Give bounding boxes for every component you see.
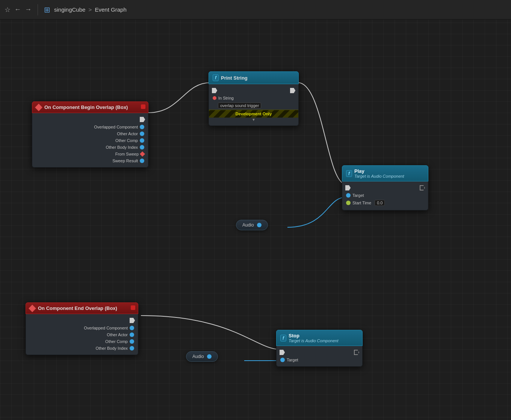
play-exec-in[interactable]: [345, 185, 351, 190]
project-name[interactable]: singingCube: [54, 6, 85, 13]
audio-bottom-out-pin[interactable]: [207, 354, 212, 359]
play-func-badge: f: [346, 170, 352, 177]
pin-from-sweep: From Sweep: [32, 151, 148, 157]
play-target-pin-row: Target: [342, 192, 428, 199]
print-string-exec-in[interactable]: [212, 88, 217, 93]
topbar: ☆ ← → ⊞ singingCube > Event Graph: [0, 0, 511, 20]
play-body: Target Start Time 0.0: [342, 181, 428, 210]
breadcrumb: singingCube > Event Graph: [54, 6, 127, 13]
print-string-exec-row: [209, 86, 298, 95]
pin-overlapped-component: Overlapped Component: [32, 124, 148, 130]
print-string-node[interactable]: f Print String In String overlap sound t…: [209, 71, 299, 126]
graph-name: Event Graph: [95, 6, 127, 13]
end-pin-overlapped-component: Overlapped Component: [26, 325, 138, 331]
play-title: Play: [354, 168, 404, 174]
play-exec-row: [342, 184, 428, 192]
pin-sweep-result: Sweep Result: [32, 157, 148, 164]
stop-target-pin-row: Target: [277, 357, 362, 363]
begin-overlap-exec-row: [32, 115, 148, 124]
audio-node-top[interactable]: Audio: [236, 220, 268, 230]
end-pin-other-comp: Other Comp: [26, 338, 138, 345]
play-header: f Play Target is Audio Component: [342, 165, 428, 181]
play-start-time-row: Start Time 0.0: [342, 199, 428, 207]
end-overlap-header: On Component End Overlap (Box): [26, 302, 138, 314]
grid-icon: ⊞: [44, 5, 50, 14]
in-string-value[interactable]: overlap sound trigger: [218, 103, 261, 109]
end-overlapped-component-pin[interactable]: [130, 326, 134, 330]
audio-node-bottom[interactable]: Audio: [186, 351, 218, 362]
pin-in-string: In String: [209, 95, 298, 101]
audio-top-label: Audio: [242, 222, 254, 228]
end-event-diamond-icon: [29, 305, 36, 312]
stop-node[interactable]: f Stop Target is Audio Component Target: [276, 330, 363, 367]
print-string-body: In String overlap sound trigger Developm…: [209, 84, 299, 126]
pin-other-actor: Other Actor: [32, 130, 148, 137]
play-subtitle: Target is Audio Component: [354, 174, 404, 178]
play-target-pin[interactable]: [346, 193, 351, 198]
begin-overlap-exec-out[interactable]: [140, 117, 145, 122]
breadcrumb-separator: >: [89, 6, 94, 13]
begin-overlap-close[interactable]: [141, 104, 145, 109]
play-start-time-value[interactable]: 0.0: [375, 200, 385, 206]
pin-other-comp: Other Comp: [32, 137, 148, 144]
topbar-divider: [38, 4, 38, 15]
begin-overlap-header: On Component Begin Overlap (Box): [32, 101, 148, 113]
end-overlap-body: Overlapped Component Other Actor Other C…: [26, 314, 138, 355]
begin-overlap-node[interactable]: On Component Begin Overlap (Box) Overlap…: [32, 101, 148, 168]
other-actor-pin[interactable]: [140, 131, 144, 136]
print-string-title: Print String: [221, 75, 248, 81]
play-start-time-pin[interactable]: [346, 201, 351, 205]
from-sweep-pin[interactable]: [140, 151, 145, 157]
end-other-actor-pin[interactable]: [130, 332, 134, 337]
print-string-header: f Print String: [209, 71, 299, 84]
pin-other-body-index: Other Body Index: [32, 144, 148, 151]
audio-top-out-pin[interactable]: [257, 223, 262, 227]
overlapped-component-pin[interactable]: [140, 125, 144, 129]
dev-only-bar: Development Only: [209, 110, 298, 118]
end-pin-other-actor: Other Actor: [26, 331, 138, 338]
begin-overlap-title: On Component Begin Overlap (Box): [44, 104, 128, 110]
dev-only-chevron: ▼: [209, 118, 298, 122]
pin-in-string-value: overlap sound trigger: [209, 101, 298, 110]
end-other-body-index-pin[interactable]: [130, 346, 134, 351]
in-string-pin[interactable]: [213, 96, 216, 100]
play-exec-out[interactable]: [420, 185, 425, 190]
stop-header: f Stop Target is Audio Component: [276, 330, 363, 346]
event-diamond-icon: [35, 104, 42, 111]
other-body-index-pin[interactable]: [140, 145, 144, 150]
stop-target-pin[interactable]: [280, 358, 285, 362]
back-icon[interactable]: ←: [14, 6, 21, 14]
end-overlap-exec-out[interactable]: [130, 318, 135, 323]
stop-exec-in[interactable]: [280, 350, 285, 355]
end-pin-other-body-index: Other Body Index: [26, 345, 138, 352]
end-overlap-close[interactable]: [131, 305, 135, 310]
stop-func-badge: f: [280, 335, 286, 341]
stop-title: Stop: [289, 333, 339, 338]
end-overlap-exec-row: [26, 316, 138, 325]
stop-exec-out[interactable]: [354, 350, 359, 355]
stop-exec-row: [277, 348, 362, 357]
forward-icon[interactable]: →: [25, 6, 32, 14]
print-string-exec-out[interactable]: [290, 88, 295, 93]
func-badge: f: [213, 74, 219, 81]
star-icon[interactable]: ☆: [5, 6, 11, 14]
play-node[interactable]: f Play Target is Audio Component Target …: [342, 165, 428, 210]
end-overlap-node[interactable]: On Component End Overlap (Box) Overlappe…: [26, 302, 138, 355]
end-other-comp-pin[interactable]: [130, 339, 134, 344]
stop-subtitle: Target is Audio Component: [289, 338, 339, 343]
end-overlap-title: On Component End Overlap (Box): [38, 305, 117, 311]
sweep-result-pin[interactable]: [140, 159, 144, 163]
other-comp-pin[interactable]: [140, 138, 144, 143]
begin-overlap-body: Overlapped Component Other Actor Other C…: [32, 113, 148, 168]
audio-bottom-label: Audio: [192, 354, 204, 359]
canvas-background: [0, 0, 511, 420]
stop-body: Target: [276, 346, 363, 367]
